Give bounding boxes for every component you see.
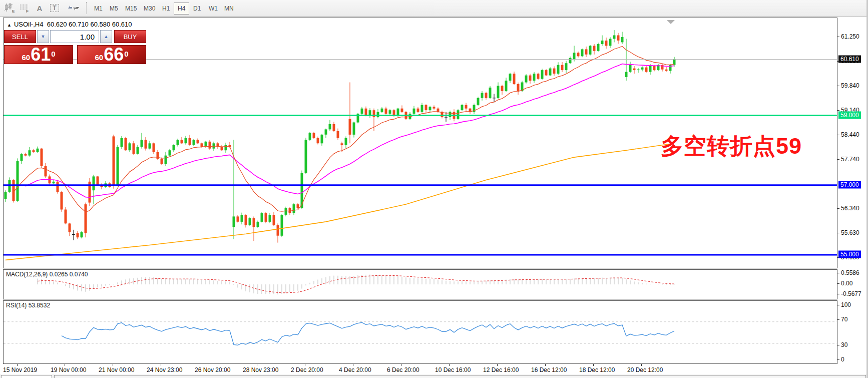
time-tick-label: 12 Dec 16:00 <box>483 366 519 373</box>
rsi-pane[interactable]: RSI(14) 53.8532 <box>3 300 837 364</box>
bottom-dock-strip <box>0 374 868 378</box>
hline-57-badge: 57.000 <box>838 181 861 188</box>
time-tick <box>449 364 450 366</box>
symbol-name: USOil-,H4 <box>14 21 44 28</box>
tab-timeframe-mn[interactable]: MN <box>220 3 238 15</box>
time-tick-label: 4 Dec 20:00 <box>339 366 371 373</box>
data-window-icon[interactable]: F <box>18 2 31 14</box>
bottom-dock-bar[interactable] <box>54 375 866 378</box>
one-click-trading-panel: SELL ▼ ▲ BUY 60 61 0 60 66 0 <box>4 30 146 43</box>
time-tick-label: 20 Dec 12:00 <box>627 366 663 373</box>
time-tick-label: 19 Nov 00:00 <box>51 366 86 373</box>
sell-price-box[interactable]: 60 61 0 <box>4 45 73 64</box>
rsi-label: RSI(14) 53.8532 <box>6 302 50 309</box>
sell-button[interactable]: SELL <box>4 30 36 43</box>
time-tick <box>545 364 546 366</box>
buy-price-small: 60 <box>95 52 103 63</box>
time-axis[interactable]: 15 Nov 201919 Nov 00:0021 Nov 00:0024 No… <box>3 364 837 374</box>
buy-price-big: 66 <box>104 46 124 63</box>
price-tick <box>837 233 839 233</box>
macd-axis-label: 0.5586 <box>841 269 859 276</box>
time-tick <box>305 364 305 366</box>
time-tick <box>641 364 642 366</box>
rsi-axis-label: 100 <box>841 301 851 308</box>
price-tick <box>837 37 839 37</box>
volume-input[interactable] <box>50 30 99 43</box>
symbol-ohlc: 60.620 60.710 60.580 60.610 <box>47 21 132 28</box>
price-tick <box>837 110 839 111</box>
sell-price-big: 61 <box>31 46 51 63</box>
svg-text:F: F <box>26 9 29 13</box>
time-tick <box>497 364 498 366</box>
hline-59-badge: 59.000 <box>838 111 861 119</box>
time-tick-label: 15 Nov 2019 <box>3 366 37 373</box>
time-tick-label: 2 Dec 20:00 <box>291 366 323 373</box>
price-tick-label: 56.340 <box>841 205 859 212</box>
price-tick <box>837 86 839 86</box>
time-tick <box>257 364 257 366</box>
tab-timeframe-w1[interactable]: W1 <box>205 3 222 15</box>
arrange-arrows-icon[interactable] <box>64 2 81 14</box>
toolbar-separator <box>86 2 87 14</box>
rsi-axis-label: 30 <box>841 341 847 348</box>
sell-price-sup: 0 <box>51 46 55 63</box>
rsi-axis-label: 70 <box>841 316 847 323</box>
tab-timeframe-m30[interactable]: M30 <box>140 3 159 15</box>
price-tick <box>837 159 839 160</box>
chart-annotation-text: 多空转折点59 <box>661 131 802 161</box>
time-tick <box>209 364 209 366</box>
tab-timeframe-m15[interactable]: M15 <box>121 3 141 15</box>
tab-timeframe-h4[interactable]: H4 <box>174 3 189 15</box>
tab-timeframe-m1[interactable]: M1 <box>90 3 107 15</box>
collapse-panel-icon[interactable]: ▲ <box>7 23 12 28</box>
price-tick-label: 61.250 <box>841 33 859 40</box>
time-tick-label: 16 Dec 12:00 <box>531 366 567 373</box>
font-icon[interactable]: A <box>33 2 46 14</box>
tab-timeframe-h1[interactable]: H1 <box>158 3 174 15</box>
volume-up-button[interactable]: ▲ <box>100 30 112 43</box>
mt4-chart-window: E F A T M1M5M15M30H1H4D1W1MN <box>0 0 868 378</box>
price-tick <box>837 135 839 135</box>
macd-axis-label: 0.00 <box>841 280 852 287</box>
rsi-axis-label: 0 <box>841 356 844 363</box>
toolbar: E F A T M1M5M15M30H1H4D1W1MN <box>0 0 868 17</box>
time-tick-label: 28 Nov 23:00 <box>243 366 278 373</box>
time-tick <box>17 364 18 366</box>
price-tick <box>837 208 839 209</box>
buy-price-box[interactable]: 60 66 0 <box>77 45 146 64</box>
time-tick <box>593 364 594 366</box>
time-tick <box>353 364 353 366</box>
volume-down-button[interactable]: ▼ <box>37 30 49 43</box>
chart-expert-icon[interactable]: E <box>3 2 16 14</box>
buy-price-sup: 0 <box>124 46 128 63</box>
chart-shift-marker[interactable] <box>667 20 675 24</box>
time-tick <box>65 364 65 366</box>
text-label-icon[interactable]: T <box>48 2 61 14</box>
time-tick-label: 10 Dec 16:00 <box>435 366 471 373</box>
buy-button[interactable]: BUY <box>114 30 146 43</box>
macd-axis-label: -0.5677 <box>841 290 861 297</box>
macd-label: MACD(12,26,9) 0.0265 0.0740 <box>6 271 88 278</box>
time-tick-label: 26 Nov 20:00 <box>195 366 230 373</box>
hline-55-badge: 55.000 <box>838 251 861 258</box>
price-tick-label: 58.440 <box>841 131 859 138</box>
price-tick-label: 55.630 <box>841 229 859 236</box>
bid-price-badge: 60.610 <box>838 55 861 63</box>
price-tick-label: 57.740 <box>841 156 859 163</box>
symbol-bar: ▲USOil-,H4 60.620 60.710 60.580 60.610 <box>7 21 132 28</box>
time-tick-label: 18 Dec 12:00 <box>579 366 615 373</box>
time-tick-label: 6 Dec 20:00 <box>387 366 419 373</box>
price-tick-label: 59.840 <box>841 82 859 89</box>
price-axis[interactable]: 61.25060.55059.84059.14058.44057.74057.0… <box>837 18 868 374</box>
tab-timeframe-d1[interactable]: D1 <box>189 3 205 15</box>
tab-timeframe-m5[interactable]: M5 <box>106 3 122 15</box>
svg-text:E: E <box>12 9 15 13</box>
time-tick <box>113 364 113 366</box>
time-tick-label: 24 Nov 23:00 <box>147 366 182 373</box>
sell-price-small: 60 <box>22 52 30 63</box>
time-tick-label: 21 Nov 00:00 <box>99 366 134 373</box>
time-tick <box>401 364 401 366</box>
bottom-dock-box[interactable] <box>1 375 52 378</box>
macd-pane[interactable]: MACD(12,26,9) 0.0265 0.0740 <box>3 269 837 299</box>
time-tick <box>161 364 161 366</box>
